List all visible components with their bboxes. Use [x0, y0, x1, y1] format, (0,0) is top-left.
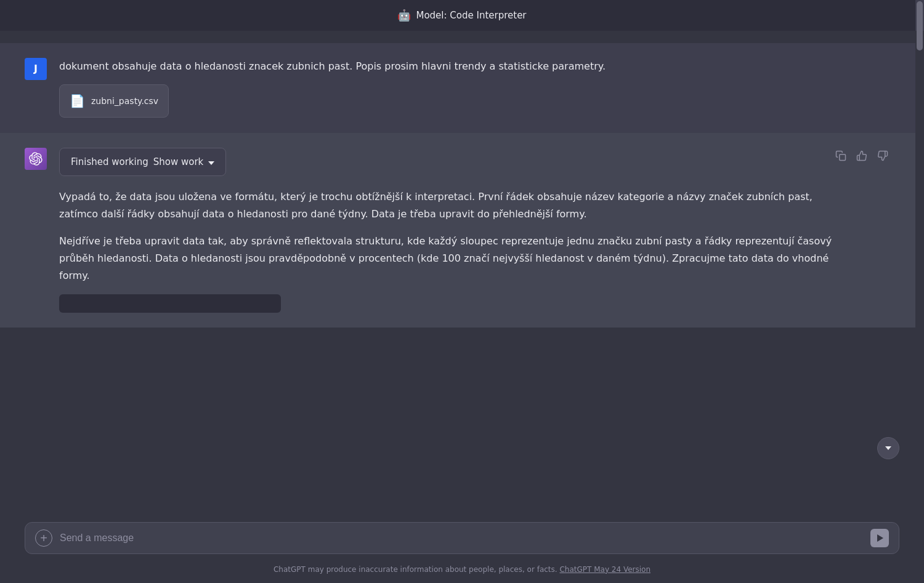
footer-version-link[interactable]: ChatGPT May 24 Version	[559, 565, 650, 574]
user-message-container: J dokument obsahuje data o hledanosti zn…	[0, 43, 915, 132]
message-input[interactable]	[60, 529, 863, 547]
chat-area: J dokument obsahuje data o hledanosti zn…	[0, 31, 924, 515]
main-content: J dokument obsahuje data o hledanosti zn…	[0, 31, 924, 515]
user-message-content: dokument obsahuje data o hledanosti znac…	[59, 58, 891, 118]
assistant-message-container: Finished working Show work Vypadá to, že…	[0, 133, 915, 328]
finished-working-pill[interactable]: Finished working Show work	[59, 148, 226, 176]
user-message-text: dokument obsahuje data o hledanosti znac…	[59, 58, 891, 74]
assistant-avatar	[25, 148, 47, 170]
message-actions	[833, 148, 891, 164]
input-container: +	[25, 522, 899, 554]
assistant-row: Finished working Show work Vypadá to, že…	[59, 148, 891, 313]
show-work-label: Show work	[153, 155, 204, 169]
chevron-down-icon	[208, 155, 214, 169]
file-name: zubni_pasty.csv	[91, 94, 158, 108]
attach-button[interactable]: +	[35, 529, 52, 547]
assistant-message-text: Vypadá to, že data jsou uložena ve formá…	[59, 188, 833, 313]
plus-icon: +	[40, 532, 47, 544]
scrollbar-track	[915, 0, 924, 31]
copy-button[interactable]	[833, 148, 849, 164]
input-area: +	[0, 515, 924, 560]
user-avatar: J	[25, 58, 47, 80]
file-attachment[interactable]: 📄 zubni_pasty.csv	[59, 84, 169, 118]
send-icon	[877, 534, 883, 542]
scroll-down-button[interactable]	[877, 437, 899, 459]
assistant-row-left: Finished working Show work Vypadá to, že…	[59, 148, 833, 313]
assistant-paragraph-2: Nejdříve je třeba upravit data tak, aby …	[59, 233, 833, 284]
send-button[interactable]	[870, 529, 889, 547]
assistant-paragraph-1: Vypadá to, že data jsou uložena ve formá…	[59, 188, 833, 223]
show-work-button[interactable]: Show work	[153, 155, 215, 169]
svg-rect-0	[840, 155, 846, 161]
header-title: Model: Code Interpreter	[416, 8, 526, 23]
thumbs-down-button[interactable]	[875, 148, 891, 164]
thumbs-up-button[interactable]	[854, 148, 870, 164]
header: 🤖 Model: Code Interpreter	[0, 0, 924, 31]
finished-working-text: Finished working	[71, 155, 148, 169]
file-icon: 📄	[70, 91, 85, 111]
footer: ChatGPT may produce inaccurate informati…	[0, 560, 924, 583]
scroll-down-icon	[885, 446, 891, 450]
code-block-hint	[59, 294, 281, 313]
footer-disclaimer: ChatGPT may produce inaccurate informati…	[274, 565, 557, 574]
model-icon: 🤖	[397, 7, 411, 25]
